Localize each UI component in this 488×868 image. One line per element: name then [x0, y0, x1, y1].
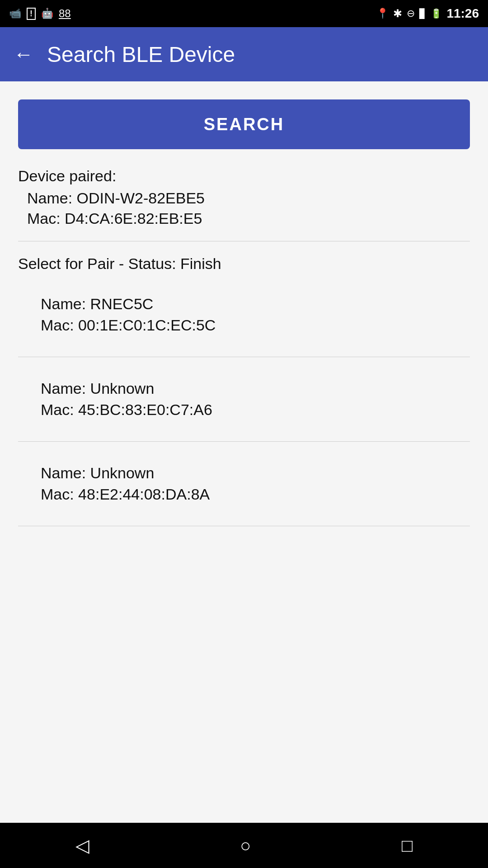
- nav-recent-button[interactable]: □: [402, 835, 413, 856]
- bluetooth-icon: ✱: [393, 7, 402, 20]
- location-icon: 📍: [376, 8, 389, 19]
- number-badge: 88: [59, 7, 71, 20]
- page-title: Search BLE Device: [47, 42, 235, 67]
- paired-device-mac: Mac: D4:CA:6E:82:EB:E5: [18, 210, 470, 227]
- divider-1: [18, 241, 470, 241]
- search-button[interactable]: SEARCH: [18, 99, 470, 149]
- recent-nav-icon: □: [402, 835, 413, 856]
- device-mac-1: Mac: 45:BC:83:E0:C7:A6: [41, 401, 470, 419]
- main-content: SEARCH Device paired: Name: ODIN-W2-82EB…: [0, 81, 488, 823]
- back-nav-icon: ◁: [75, 835, 89, 856]
- divider-3: [18, 441, 470, 442]
- select-for-pair-label: Select for Pair - Status: Finish: [18, 255, 470, 273]
- donotdisturb-icon: ⊖: [407, 8, 415, 19]
- signal-icon: ▊: [419, 8, 426, 19]
- paired-label: Device paired:: [18, 167, 470, 185]
- device-name-2: Name: Unknown: [41, 464, 470, 482]
- status-bar-right: 📍 ✱ ⊖ ▊ 🔋 11:26: [376, 6, 479, 21]
- device-name-1: Name: Unknown: [41, 380, 470, 397]
- status-bar: 📹 ! 🤖 88 📍 ✱ ⊖ ▊ 🔋 11:26: [0, 0, 488, 27]
- list-item[interactable]: Name: RNEC5C Mac: 00:1E:C0:1C:EC:5C: [18, 286, 470, 343]
- nav-back-button[interactable]: ◁: [75, 835, 89, 856]
- robot-icon: 🤖: [41, 8, 53, 19]
- list-item[interactable]: Name: Unknown Mac: 48:E2:44:08:DA:8A: [18, 455, 470, 512]
- list-item[interactable]: Name: Unknown Mac: 45:BC:83:E0:C7:A6: [18, 371, 470, 428]
- divider-2: [18, 357, 470, 357]
- app-bar: ← Search BLE Device: [0, 27, 488, 81]
- battery-icon: 🔋: [431, 8, 442, 19]
- divider-4: [18, 526, 470, 526]
- alert-icon: !: [27, 8, 36, 20]
- device-list-section: Select for Pair - Status: Finish Name: R…: [18, 255, 470, 526]
- status-bar-left: 📹 ! 🤖 88: [9, 7, 71, 20]
- status-time: 11:26: [446, 6, 479, 21]
- bottom-nav: ◁ ○ □: [0, 823, 488, 868]
- paired-device-section: Device paired: Name: ODIN-W2-82EBE5 Mac:…: [18, 167, 470, 227]
- device-mac-0: Mac: 00:1E:C0:1C:EC:5C: [41, 316, 470, 334]
- paired-device-name: Name: ODIN-W2-82EBE5: [18, 189, 470, 207]
- back-button[interactable]: ←: [14, 43, 33, 66]
- camera-icon: 📹: [9, 8, 21, 19]
- device-mac-2: Mac: 48:E2:44:08:DA:8A: [41, 486, 470, 503]
- device-name-0: Name: RNEC5C: [41, 295, 470, 313]
- nav-home-button[interactable]: ○: [240, 835, 251, 856]
- home-nav-icon: ○: [240, 835, 251, 856]
